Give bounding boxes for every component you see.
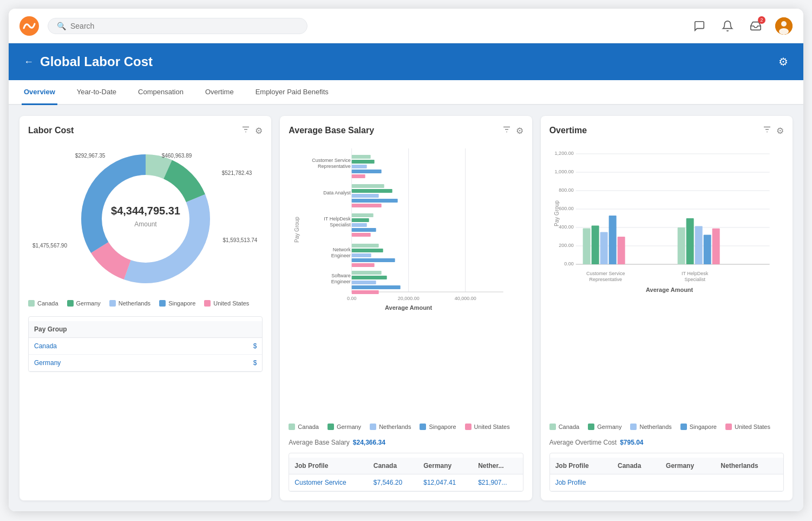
label-canada: $292,967.35 bbox=[75, 153, 106, 159]
svg-rect-57 bbox=[352, 276, 387, 279]
bell-icon-button[interactable] bbox=[719, 17, 736, 35]
label-us: $1,475,567.90 bbox=[32, 243, 67, 249]
avg-base-salary-card: Average Base Salary ⚙ Pay Group bbox=[280, 116, 532, 500]
svg-rect-42 bbox=[352, 213, 374, 217]
avg-salary-icons: ⚙ bbox=[502, 125, 523, 136]
label-germany: $521,782.43 bbox=[222, 170, 252, 176]
svg-text:Customer Service: Customer Service bbox=[586, 271, 625, 276]
svg-rect-31 bbox=[352, 165, 367, 168]
svg-text:Software: Software bbox=[331, 273, 351, 278]
svg-rect-84 bbox=[677, 227, 685, 264]
back-button[interactable]: ← bbox=[24, 56, 34, 68]
search-bar[interactable]: 🔍 bbox=[48, 18, 307, 34]
tab-employer-paid-benefits[interactable]: Employer Paid Benefits bbox=[253, 80, 331, 105]
svg-rect-87 bbox=[703, 235, 711, 264]
svg-text:Engineer: Engineer bbox=[331, 279, 351, 284]
labor-cost-card: Labor Cost ⚙ bbox=[19, 116, 271, 500]
settings-icon[interactable]: ⚙ bbox=[778, 55, 788, 68]
svg-text:$4,344,795.31: $4,344,795.31 bbox=[111, 205, 180, 217]
search-icon: 🔍 bbox=[57, 22, 66, 30]
labor-cost-table-wrap: Pay Group Canada $ Germany $ bbox=[28, 316, 263, 372]
svg-rect-44 bbox=[352, 223, 367, 227]
legend-netherlands: Netherlands bbox=[109, 300, 150, 307]
svg-text:Specialist: Specialist bbox=[684, 277, 705, 282]
row-germany[interactable]: Germany bbox=[29, 355, 204, 372]
svg-text:Representative: Representative bbox=[318, 164, 351, 169]
labor-cost-legend: Canada Germany Netherlands Singapore Uni… bbox=[28, 300, 263, 307]
row-canada[interactable]: Canada bbox=[29, 338, 204, 355]
svg-text:0.00: 0.00 bbox=[347, 296, 357, 301]
filter-icon-overtime[interactable] bbox=[762, 125, 772, 136]
tab-overtime[interactable]: Overtime bbox=[203, 80, 236, 105]
row-canada-ot-val bbox=[612, 474, 660, 491]
svg-text:1,000.00: 1,000.00 bbox=[554, 169, 573, 174]
avg-salary-stat: Average Base Salary $24,366.34 bbox=[289, 439, 523, 446]
inbox-icon-button[interactable]: 2 bbox=[747, 17, 764, 35]
svg-rect-45 bbox=[352, 228, 376, 232]
filter-icon-salary[interactable] bbox=[502, 125, 512, 136]
page-title: Global Labor Cost bbox=[40, 54, 153, 69]
legend-us: United States bbox=[204, 300, 249, 307]
table-row: Customer Service $7,546.20 $12,047.41 $2… bbox=[289, 474, 522, 491]
col-germany-ot: Germany bbox=[660, 458, 715, 474]
legend-canada: Canada bbox=[28, 300, 58, 307]
overtime-stat-label: Average Overtime Cost bbox=[549, 439, 617, 446]
salary-table: Job Profile Canada Germany Nether... Cus… bbox=[289, 458, 522, 491]
chat-icon-button[interactable] bbox=[691, 17, 708, 35]
label-singapore: $460,963.89 bbox=[162, 153, 192, 159]
overtime-table-wrap: Job Profile Canada Germany Netherlands J… bbox=[549, 453, 784, 492]
workday-logo bbox=[19, 16, 39, 36]
svg-rect-37 bbox=[352, 194, 379, 198]
col-netherlands-ot: Netherlands bbox=[715, 458, 783, 474]
nav-icons: 2 bbox=[691, 17, 793, 35]
filter-icon[interactable] bbox=[241, 125, 251, 136]
svg-rect-32 bbox=[352, 170, 382, 173]
avg-salary-stat-label: Average Base Salary bbox=[289, 439, 350, 446]
gear-icon-salary[interactable]: ⚙ bbox=[516, 126, 523, 136]
table-row: Canada $ bbox=[29, 338, 262, 355]
col-nether: Nether... bbox=[473, 458, 523, 474]
row-cs-germany: $12,047.41 bbox=[418, 474, 473, 491]
row-job-profile-ot[interactable]: Job Profile bbox=[550, 474, 612, 491]
svg-text:Pay Group: Pay Group bbox=[553, 200, 559, 226]
overtime-stat-value: $795.04 bbox=[620, 439, 643, 446]
svg-rect-59 bbox=[352, 285, 401, 289]
avatar[interactable] bbox=[775, 17, 793, 35]
svg-rect-60 bbox=[352, 290, 379, 294]
tab-ytd[interactable]: Year-to-Date bbox=[75, 80, 119, 105]
svg-rect-79 bbox=[582, 228, 590, 264]
svg-text:Average Amount: Average Amount bbox=[646, 286, 693, 293]
tab-compensation[interactable]: Compensation bbox=[136, 80, 186, 105]
avg-salary-header: Average Base Salary ⚙ bbox=[289, 125, 523, 136]
svg-rect-58 bbox=[352, 281, 376, 284]
inbox-badge: 2 bbox=[758, 16, 765, 24]
legend-singapore: Singapore bbox=[159, 300, 195, 307]
svg-rect-82 bbox=[608, 216, 616, 264]
row-germany-ot-val bbox=[660, 474, 715, 491]
svg-rect-51 bbox=[352, 253, 371, 257]
svg-rect-56 bbox=[352, 271, 382, 275]
tab-overview[interactable]: Overview bbox=[22, 80, 57, 105]
col-pay-group: Pay Group bbox=[29, 321, 204, 338]
overtime-title: Overtime bbox=[549, 126, 587, 135]
gear-icon-overtime[interactable]: ⚙ bbox=[776, 126, 784, 136]
svg-rect-39 bbox=[352, 204, 382, 207]
labor-cost-table: Pay Group Canada $ Germany $ bbox=[29, 321, 262, 372]
labor-cost-header: Labor Cost ⚙ bbox=[28, 125, 263, 136]
col-germany: Germany bbox=[418, 458, 473, 474]
svg-text:1,200.00: 1,200.00 bbox=[554, 151, 573, 156]
gear-icon[interactable]: ⚙ bbox=[255, 126, 263, 136]
svg-text:200.00: 200.00 bbox=[559, 243, 574, 248]
col-job-profile-ot: Job Profile bbox=[550, 458, 612, 474]
svg-rect-53 bbox=[352, 263, 375, 267]
search-input[interactable] bbox=[70, 22, 298, 30]
salary-table-wrap: Job Profile Canada Germany Nether... Cus… bbox=[289, 453, 523, 492]
row-canada-amount: $ bbox=[204, 338, 262, 355]
overtime-chart-area: 1,200.00 1,000.00 800.00 600.00 400.00 2… bbox=[549, 143, 784, 418]
avg-salary-title: Average Base Salary bbox=[289, 126, 374, 135]
svg-text:Representative: Representative bbox=[589, 277, 622, 282]
table-row: Germany $ bbox=[29, 355, 262, 372]
svg-text:Data Analyst: Data Analyst bbox=[323, 190, 351, 196]
row-customer-service[interactable]: Customer Service bbox=[289, 474, 368, 491]
svg-rect-49 bbox=[352, 244, 379, 248]
